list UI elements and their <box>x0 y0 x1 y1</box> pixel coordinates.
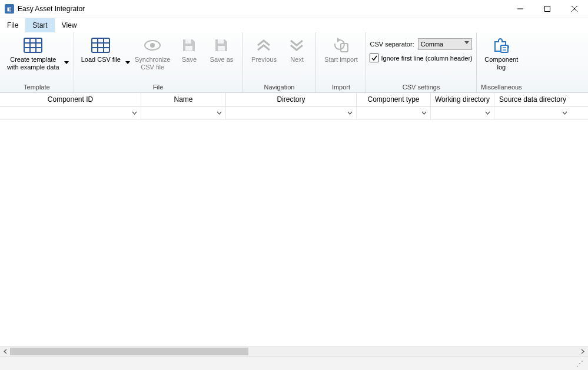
start-import-label: Start import <box>324 56 358 64</box>
filter-component-type[interactable] <box>357 106 431 119</box>
group-label-import: Import <box>316 82 366 92</box>
chevron-down-icon <box>132 111 137 115</box>
load-csv-label: Load CSV file <box>81 56 121 64</box>
synchronize-csv-label: Synchronize CSV file <box>135 56 171 71</box>
chevron-down-icon <box>217 111 222 115</box>
filter-working-directory[interactable] <box>431 106 494 119</box>
load-csv-button[interactable]: Load CSV file <box>78 35 124 64</box>
puzzle-icon <box>492 36 511 55</box>
ribbon-group-template: Create template with example data Templa… <box>0 32 74 92</box>
app-icon: ◧ <box>5 4 14 14</box>
close-button[interactable] <box>561 0 588 18</box>
scrollbar-track[interactable] <box>10 346 578 356</box>
component-log-label: Component log <box>484 56 518 71</box>
csv-separator-label: CSV separator: <box>370 41 414 48</box>
ribbon-group-csv: CSV separator: Comma Ignore first line <box>366 32 476 92</box>
group-label-template: Template <box>0 82 74 92</box>
group-label-misc: Miscellaneous <box>477 82 526 92</box>
column-header-component-id[interactable]: Component ID <box>0 93 141 106</box>
grid-body <box>0 120 588 346</box>
column-header-source-data-directory[interactable]: Source data directory <box>494 93 571 106</box>
save-label: Save <box>182 56 197 64</box>
create-template-dropdown[interactable] <box>63 61 70 64</box>
start-import-button[interactable]: Start import <box>320 35 362 64</box>
synchronize-csv-button[interactable]: Synchronize CSV file <box>131 35 174 71</box>
svg-point-17 <box>150 43 155 48</box>
eye-icon <box>143 36 162 55</box>
filter-name[interactable] <box>141 106 226 119</box>
chevron-down-icon <box>485 111 490 115</box>
save-button[interactable]: Save <box>174 35 204 64</box>
chevron-down-icon <box>421 111 427 115</box>
csv-separator-value: Comma <box>421 41 444 48</box>
app-window: ◧ Easy Asset Integrator File Start View <box>0 0 588 370</box>
svg-marker-24 <box>464 41 469 44</box>
ribbon-group-misc: Component log Miscellaneous <box>477 32 526 92</box>
menu-bar: File Start View <box>0 18 588 32</box>
ribbon-group-navigation: Previous Next Navigation <box>242 32 316 92</box>
window-title: Easy Asset Integrator <box>18 5 85 13</box>
horizontal-scrollbar[interactable] <box>0 346 588 356</box>
svg-rect-20 <box>218 39 224 44</box>
chevron-down-icon <box>464 41 469 44</box>
ignore-first-line-label: Ignore first line (column header) <box>381 55 472 62</box>
tab-start[interactable]: Start <box>25 18 54 32</box>
ribbon-group-import: Start import Import <box>316 32 366 92</box>
svg-rect-1 <box>545 6 550 12</box>
svg-rect-21 <box>218 46 225 51</box>
maximize-button[interactable] <box>534 0 561 18</box>
previous-button[interactable]: Previous <box>246 35 281 64</box>
load-csv-dropdown[interactable] <box>124 61 131 64</box>
save-as-button[interactable]: Save as <box>204 35 238 64</box>
group-label-csv: CSV settings <box>366 82 476 92</box>
grid-icon <box>91 36 110 55</box>
chevron-down-icon <box>562 111 567 115</box>
svg-rect-10 <box>92 38 109 52</box>
ignore-first-line-checkbox[interactable]: Ignore first line (column header) <box>370 54 472 62</box>
chevron-down-icon <box>347 111 353 115</box>
filter-source-data-directory[interactable] <box>494 106 571 119</box>
previous-label: Previous <box>251 56 277 64</box>
svg-rect-19 <box>185 46 192 51</box>
column-header-directory[interactable]: Directory <box>226 93 357 106</box>
grid-icon <box>24 36 42 55</box>
column-header-row: Component ID Name Directory Component ty… <box>0 93 588 106</box>
group-label-navigation: Navigation <box>242 82 315 92</box>
svg-marker-15 <box>125 61 130 64</box>
minimize-button[interactable] <box>507 0 534 18</box>
chevron-up-icon <box>254 36 273 55</box>
status-bar: ⋰ <box>0 356 588 370</box>
scroll-left-button[interactable] <box>0 346 10 356</box>
group-label-file: File <box>74 82 242 92</box>
next-button[interactable]: Next <box>281 35 312 64</box>
create-template-label: Create template with example data <box>7 56 59 71</box>
next-label: Next <box>290 56 304 64</box>
svg-marker-22 <box>337 38 341 42</box>
svg-rect-18 <box>185 39 191 44</box>
resize-grip-icon[interactable]: ⋰ <box>576 359 584 368</box>
svg-marker-9 <box>64 61 69 64</box>
column-header-component-type[interactable]: Component type <box>357 93 431 106</box>
title-bar: ◧ Easy Asset Integrator <box>0 0 588 18</box>
scroll-right-button[interactable] <box>578 346 588 356</box>
ribbon: Create template with example data Templa… <box>0 32 588 93</box>
save-icon <box>180 36 198 55</box>
tab-view[interactable]: View <box>55 18 84 32</box>
ribbon-group-file: Load CSV file Synchronize CSV file <box>74 32 243 92</box>
scrollbar-thumb[interactable] <box>10 348 248 355</box>
svg-rect-4 <box>24 38 42 52</box>
create-template-button[interactable]: Create template with example data <box>4 35 63 71</box>
column-header-working-directory[interactable]: Working directory <box>431 93 494 106</box>
column-header-name[interactable]: Name <box>141 93 226 106</box>
checkbox-box <box>370 54 378 62</box>
chevron-down-icon <box>287 36 306 55</box>
save-as-icon <box>212 36 231 55</box>
filter-directory[interactable] <box>226 106 357 119</box>
tab-file[interactable]: File <box>0 18 25 32</box>
csv-separator-combo[interactable]: Comma <box>418 38 472 50</box>
component-log-button[interactable]: Component log <box>480 35 523 71</box>
svg-rect-25 <box>501 45 508 52</box>
import-icon <box>331 36 350 55</box>
filter-row <box>0 106 588 120</box>
filter-component-id[interactable] <box>0 106 141 119</box>
